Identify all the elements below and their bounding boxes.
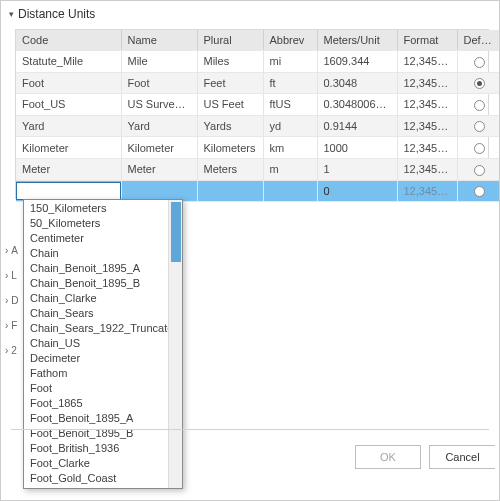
chevron-right-icon: › — [5, 320, 8, 331]
cell-code: Kilometer — [16, 137, 121, 159]
table-row[interactable]: KilometerKilometerKilometerskm100012,345… — [16, 137, 500, 159]
chevron-right-icon: › — [5, 345, 8, 356]
cell-mpu: 1609.344 — [317, 51, 397, 73]
col-plural[interactable]: Plural — [197, 30, 263, 51]
dropdown-option[interactable]: 150_Kilometers — [24, 200, 168, 215]
default-radio[interactable] — [474, 143, 485, 154]
cell-default[interactable] — [457, 51, 500, 73]
cell-format: 12,345.12 — [397, 94, 457, 116]
cell-abbrev: ftUS — [263, 94, 317, 116]
cell-name: Yard — [121, 115, 197, 137]
col-mpu[interactable]: Meters/Unit — [317, 30, 397, 51]
cell-mpu: 0.3048006096... — [317, 94, 397, 116]
panel-title: Distance Units — [18, 7, 95, 21]
table-header-row: Code Name Plural Abbrev Meters/Unit Form… — [16, 30, 500, 51]
collapsed-section[interactable]: › F — [5, 320, 19, 331]
dropdown-option[interactable]: Foot — [24, 380, 168, 395]
dropdown-option[interactable]: Foot_Indian — [24, 485, 168, 488]
dropdown-option[interactable]: Chain_Benoit_1895_A — [24, 260, 168, 275]
cell-plural: Feet — [197, 72, 263, 94]
units-table: Code Name Plural Abbrev Meters/Unit Form… — [15, 29, 489, 199]
dropdown-option[interactable]: 50_Kilometers — [24, 215, 168, 230]
col-name[interactable]: Name — [121, 30, 197, 51]
default-radio[interactable] — [474, 78, 485, 89]
cell-abbrev: m — [263, 158, 317, 180]
cell-default[interactable] — [457, 115, 500, 137]
cell-abbrev: yd — [263, 115, 317, 137]
cell-abbrev: mi — [263, 51, 317, 73]
cell-code: Yard — [16, 115, 121, 137]
col-format[interactable]: Format — [397, 30, 457, 51]
code-combobox[interactable]: ▾ — [16, 182, 121, 200]
cell-name: Foot — [121, 72, 197, 94]
dropdown-scrollbar[interactable] — [168, 200, 182, 488]
cell-plural: US Feet — [197, 94, 263, 116]
cell-code: Statute_Mile — [16, 51, 121, 73]
dropdown-option[interactable]: Centimeter — [24, 230, 168, 245]
cell-plural: Kilometers — [197, 137, 263, 159]
cell-mpu: 0.9144 — [317, 115, 397, 137]
cell-name: US Survey Foot — [121, 94, 197, 116]
dropdown-option[interactable]: Foot_Benoit_1895_B — [24, 425, 168, 440]
dropdown-option[interactable]: Decimeter — [24, 350, 168, 365]
cell-plural: Yards — [197, 115, 263, 137]
col-default[interactable]: Default — [457, 30, 500, 51]
dropdown-option[interactable]: Foot_1865 — [24, 395, 168, 410]
cell-format: 12,345.12 — [397, 115, 457, 137]
dropdown-option[interactable]: Foot_Benoit_1895_A — [24, 410, 168, 425]
cell-plural: Miles — [197, 51, 263, 73]
default-radio[interactable] — [474, 121, 485, 132]
panel-header[interactable]: ▾ Distance Units — [1, 1, 499, 27]
col-code[interactable]: Code — [16, 30, 121, 51]
collapsed-section[interactable]: › L — [5, 270, 19, 281]
cell-name: Mile — [121, 51, 197, 73]
cell-default[interactable] — [457, 137, 500, 159]
dropdown-option[interactable]: Fathom — [24, 365, 168, 380]
dropdown-option[interactable]: Chain_US — [24, 335, 168, 350]
chevron-right-icon: › — [5, 295, 8, 306]
section-chevrons: › A› L› D› F› 2 — [5, 245, 19, 356]
cell-abbrev: km — [263, 137, 317, 159]
table-row[interactable]: Statute_MileMileMilesmi1609.34412,345.12 — [16, 51, 500, 73]
cancel-button[interactable]: Cancel — [429, 445, 495, 469]
cell-default[interactable] — [457, 158, 500, 180]
chevron-right-icon: › — [5, 270, 8, 281]
separator — [11, 429, 489, 430]
cell-default[interactable] — [457, 72, 500, 94]
cell-format: 12,345.12 — [397, 180, 457, 202]
default-radio[interactable] — [474, 186, 485, 197]
cell-mpu: 0 — [317, 180, 397, 202]
table-row[interactable]: FootFootFeetft0.304812,345.12 — [16, 72, 500, 94]
chevron-down-icon: ▾ — [9, 9, 14, 19]
dropdown-option[interactable]: Chain_Sears_1922_Truncated — [24, 320, 168, 335]
code-input[interactable] — [17, 185, 121, 197]
cell-mpu: 1000 — [317, 137, 397, 159]
dropdown-option[interactable]: Foot_Gold_Coast — [24, 470, 168, 485]
dropdown-option[interactable]: Foot_Clarke — [24, 455, 168, 470]
cell-default[interactable] — [457, 180, 500, 202]
cell-default[interactable] — [457, 94, 500, 116]
cell-format: 12,345.12 — [397, 72, 457, 94]
cell-format: 12,345.12 — [397, 158, 457, 180]
dropdown-option[interactable]: Chain — [24, 245, 168, 260]
cell-code: Foot_US — [16, 94, 121, 116]
default-radio[interactable] — [474, 165, 485, 176]
collapsed-section[interactable]: › A — [5, 245, 19, 256]
cell-abbrev — [263, 180, 317, 202]
dropdown-option[interactable]: Chain_Clarke — [24, 290, 168, 305]
table-row[interactable]: YardYardYardsyd0.914412,345.12 — [16, 115, 500, 137]
collapsed-section[interactable]: › D — [5, 295, 19, 306]
table-row[interactable]: Foot_USUS Survey FootUS FeetftUS0.304800… — [16, 94, 500, 116]
dropdown-option[interactable]: Chain_Benoit_1895_B — [24, 275, 168, 290]
cell-mpu: 0.3048 — [317, 72, 397, 94]
default-radio[interactable] — [474, 57, 485, 68]
col-abbrev[interactable]: Abbrev — [263, 30, 317, 51]
scrollbar-thumb[interactable] — [171, 202, 181, 262]
ok-button[interactable]: OK — [355, 445, 421, 469]
dropdown-option[interactable]: Foot_British_1936 — [24, 440, 168, 455]
dropdown-option[interactable]: Chain_Sears — [24, 305, 168, 320]
table-row[interactable]: MeterMeterMetersm112,345.12 — [16, 158, 500, 180]
default-radio[interactable] — [474, 100, 485, 111]
collapsed-section[interactable]: › 2 — [5, 345, 19, 356]
code-dropdown-list[interactable]: 150_Kilometers50_KilometersCentimeterCha… — [23, 199, 183, 489]
